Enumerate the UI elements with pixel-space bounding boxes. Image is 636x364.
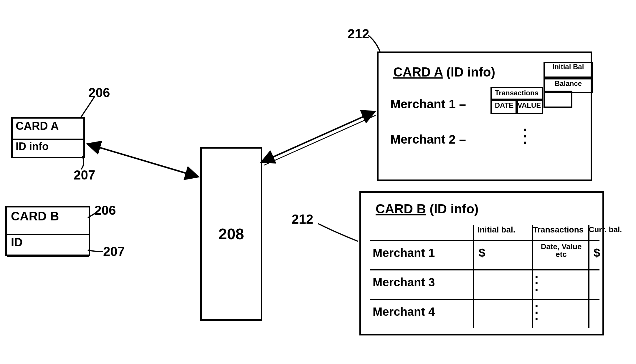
record-b-title-id: (ID info) <box>429 202 478 216</box>
card-a-box: CARD A ID info <box>11 117 85 158</box>
record-b-row-1-name: Merchant 1 <box>373 246 435 260</box>
record-a-hdr-date: DATE <box>490 99 518 114</box>
ref-207-cardB: 207 <box>103 244 125 259</box>
record-b-title: CARD B (ID info) <box>376 202 479 216</box>
record-b-row-1-ib: $ <box>479 246 485 260</box>
ref-212-recA: 212 <box>348 26 369 41</box>
record-b-row-3-ellipsis: ··· <box>535 303 538 322</box>
diagram-canvas: { "refs": { "r206a": "206", "r207a": "20… <box>0 0 636 364</box>
record-a-panel: CARD A (ID info) Merchant 1 – Merchant 2… <box>377 51 592 181</box>
ref-206-cardA: 206 <box>88 85 110 100</box>
record-a-title-id: (ID info) <box>446 65 495 79</box>
record-a-title: CARD A (ID info) <box>393 65 495 79</box>
card-a-id-label: ID info <box>13 140 83 157</box>
card-b-id-label: ID <box>7 235 89 257</box>
card-a-title: CARD A <box>13 119 83 140</box>
record-b-row-2-ellipsis: ··· <box>535 273 538 293</box>
record-b-hdr-curr-bal: Curr. bal. <box>588 225 623 234</box>
card-b-title: CARD B <box>7 207 89 235</box>
ref-207-cardA: 207 <box>74 168 95 182</box>
ref-206-cardB: 206 <box>94 203 116 218</box>
svg-line-0 <box>88 144 197 177</box>
record-a-merchant-1: Merchant 1 – <box>390 97 466 111</box>
record-b-title-card: CARD B <box>376 202 426 216</box>
card-b-box: CARD B ID <box>5 206 90 256</box>
record-b-row-3-name: Merchant 4 <box>373 305 435 318</box>
record-a-balance-cell <box>544 91 572 108</box>
record-a-title-card: CARD A <box>393 65 443 79</box>
central-block-208: 208 <box>200 147 262 321</box>
record-b-hdr-transactions: Transactions <box>529 225 588 235</box>
record-a-hdr-value: VALUE <box>516 99 543 114</box>
ref-212-recB: 212 <box>292 212 313 227</box>
record-b-hdr-initial-bal: Initial bal. <box>467 225 526 235</box>
ref-208-label: 208 <box>202 225 261 243</box>
record-a-ellipsis: ··· <box>523 127 527 146</box>
record-b-row-3: Merchant 4 ··· <box>370 299 599 329</box>
record-a-merchant-2: Merchant 2 – <box>390 132 466 147</box>
record-b-row-1: Merchant 1 $ Date, Value etc $ <box>370 240 599 270</box>
svg-line-1 <box>262 112 374 162</box>
record-b-row-1-tr: Date, Value etc <box>535 243 588 258</box>
record-b-row-2: Merchant 3 ··· <box>370 269 599 300</box>
record-b-panel: CARD B (ID info) Initial bal. Transactio… <box>359 191 604 335</box>
svg-line-2 <box>264 115 376 165</box>
record-b-row-1-cb: $ <box>594 246 600 260</box>
record-b-row-2-name: Merchant 3 <box>373 276 435 289</box>
